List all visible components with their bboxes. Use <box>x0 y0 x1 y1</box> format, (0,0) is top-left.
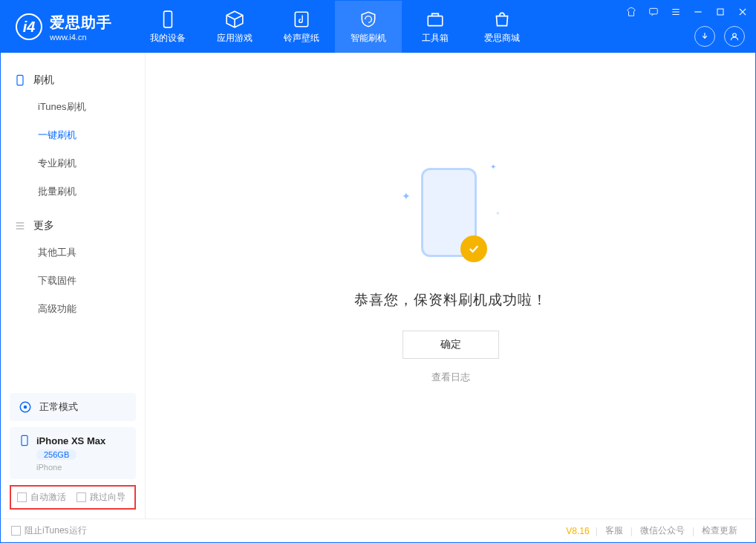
bag-icon <box>492 10 512 29</box>
group-title: 刷机 <box>33 74 54 87</box>
sparkle-icon: ✦ <box>490 163 496 171</box>
group-title: 更多 <box>33 219 54 233</box>
app-subtitle: www.i4.cn <box>50 33 112 42</box>
sidebar-group-more: 更多 <box>1 213 145 238</box>
sidebar-item-download-firmware[interactable]: 下载固件 <box>1 267 145 295</box>
sidebar-item-pro-flash[interactable]: 专业刷机 <box>1 149 145 178</box>
svg-point-8 <box>24 406 27 409</box>
menu-icon[interactable] <box>668 5 684 19</box>
svg-rect-9 <box>22 435 27 445</box>
sidebar-item-itunes-flash[interactable]: iTunes刷机 <box>1 93 145 121</box>
maximize-button[interactable] <box>712 5 729 19</box>
statusbar: 阻止iTunes运行 V8.16 | 客服 | 微信公众号 | 检查更新 <box>1 518 755 542</box>
app-title: 爱思助手 <box>50 13 112 33</box>
body: 刷机 iTunes刷机 一键刷机 专业刷机 批量刷机 更多 其他工具 下载固件 … <box>1 53 755 518</box>
check-badge-icon <box>460 235 487 262</box>
nav-label: 智能刷机 <box>351 32 386 45</box>
svg-rect-6 <box>17 75 23 85</box>
phone-icon <box>14 74 26 86</box>
checkbox-label: 阻止iTunes运行 <box>25 524 87 537</box>
refresh-shield-icon <box>359 10 378 29</box>
checkbox-icon <box>76 492 86 502</box>
status-link-update[interactable]: 检查更新 <box>694 524 745 537</box>
nav-label: 应用游戏 <box>217 32 252 45</box>
device-name: iPhone XS Max <box>36 435 105 446</box>
toolbox-icon <box>426 10 445 29</box>
feedback-icon[interactable] <box>645 5 662 19</box>
checkbox-skip-wizard[interactable]: 跳过向导 <box>76 491 126 504</box>
svg-point-5 <box>733 33 737 37</box>
success-illustration: ✦ ✦ ✦ <box>415 164 486 268</box>
device-icon <box>158 10 177 29</box>
nav-tab-ringtones[interactable]: 铃声壁纸 <box>268 1 335 53</box>
skin-icon[interactable] <box>623 5 639 19</box>
sidebar: 刷机 iTunes刷机 一键刷机 专业刷机 批量刷机 更多 其他工具 下载固件 … <box>1 53 146 518</box>
nav-tab-store[interactable]: 爱思商城 <box>469 1 535 53</box>
device-head: iPhone XS Max <box>19 435 105 446</box>
sparkle-icon: ✦ <box>402 190 411 202</box>
checkbox-label: 跳过向导 <box>90 491 126 504</box>
sidebar-item-batch-flash[interactable]: 批量刷机 <box>1 178 145 206</box>
view-log-link[interactable]: 查看日志 <box>431 371 470 384</box>
cube-icon <box>225 10 244 29</box>
checkbox-icon <box>17 492 27 502</box>
nav-label: 工具箱 <box>422 32 449 45</box>
checkbox-label: 自动激活 <box>30 491 66 504</box>
header-action-buttons <box>694 26 745 47</box>
checkbox-icon <box>11 526 21 536</box>
mode-box[interactable]: 正常模式 <box>10 393 136 421</box>
device-box[interactable]: iPhone XS Max 256GB iPhone <box>10 427 136 479</box>
list-icon <box>14 220 26 232</box>
mode-icon <box>19 400 32 414</box>
app-window: i4 爱思助手 www.i4.cn 我的设备 应用游戏 铃声壁纸 智能刷机 <box>0 0 756 543</box>
sidebar-bottom: 正常模式 iPhone XS Max 256GB iPhone 自动激活 跳过向… <box>1 387 145 518</box>
sidebar-item-other-tools[interactable]: 其他工具 <box>1 238 145 267</box>
device-capacity: 256GB <box>36 449 76 460</box>
logo-icon: i4 <box>16 13 42 40</box>
main-content: ✦ ✦ ✦ 恭喜您，保资料刷机成功啦！ 确定 查看日志 <box>146 53 755 518</box>
device-type: iPhone <box>36 463 62 472</box>
nav-label: 爱思商城 <box>484 32 520 45</box>
success-message: 恭喜您，保资料刷机成功啦！ <box>354 290 547 310</box>
sidebar-item-advanced[interactable]: 高级功能 <box>1 295 145 323</box>
logo-text: 爱思助手 www.i4.cn <box>50 13 112 42</box>
download-button[interactable] <box>694 26 715 47</box>
nav-tab-toolbox[interactable]: 工具箱 <box>402 1 469 53</box>
titlebar: i4 爱思助手 www.i4.cn 我的设备 应用游戏 铃声壁纸 智能刷机 <box>1 1 755 53</box>
svg-rect-1 <box>295 12 307 27</box>
nav-tab-flash[interactable]: 智能刷机 <box>335 1 402 53</box>
window-controls <box>623 5 751 19</box>
sparkle-icon: ✦ <box>495 210 501 217</box>
checkbox-row-highlighted: 自动激活 跳过向导 <box>10 485 136 510</box>
svg-rect-4 <box>717 9 723 15</box>
music-file-icon <box>292 10 311 29</box>
version-label: V8.16 <box>566 526 589 536</box>
nav-label: 我的设备 <box>150 32 186 45</box>
nav-tabs: 我的设备 应用游戏 铃声壁纸 智能刷机 工具箱 爱思商城 <box>134 1 535 53</box>
svg-rect-3 <box>650 8 658 14</box>
nav-tab-device[interactable]: 我的设备 <box>134 1 201 53</box>
sidebar-group-flash: 刷机 <box>1 68 145 93</box>
checkbox-auto-activate[interactable]: 自动激活 <box>17 491 66 504</box>
mode-label: 正常模式 <box>39 400 78 414</box>
svg-rect-2 <box>428 16 443 25</box>
status-link-support[interactable]: 客服 <box>598 524 630 537</box>
device-phone-icon <box>19 435 30 446</box>
ok-button[interactable]: 确定 <box>403 331 499 359</box>
svg-rect-0 <box>164 11 172 27</box>
logo-area: i4 爱思助手 www.i4.cn <box>1 13 127 42</box>
nav-tab-apps[interactable]: 应用游戏 <box>201 1 268 53</box>
sidebar-item-onekey-flash[interactable]: 一键刷机 <box>1 121 145 149</box>
user-button[interactable] <box>724 26 745 47</box>
close-button[interactable] <box>734 5 751 19</box>
status-link-wechat[interactable]: 微信公众号 <box>633 524 692 537</box>
minimize-button[interactable] <box>690 5 706 19</box>
nav-label: 铃声壁纸 <box>284 32 319 45</box>
checkbox-block-itunes[interactable]: 阻止iTunes运行 <box>11 524 87 537</box>
